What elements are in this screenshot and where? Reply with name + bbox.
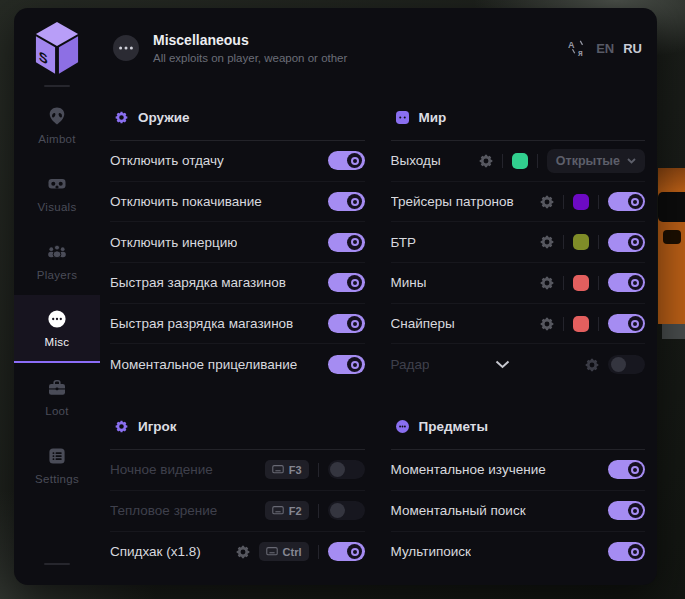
- section-world-header: Мир: [391, 94, 646, 141]
- row-snipers: Снайперы: [391, 304, 646, 345]
- toggle-thermal-vision[interactable]: [328, 501, 365, 520]
- svg-text:я: я: [578, 49, 583, 57]
- toggle-instant-search[interactable]: [608, 501, 645, 520]
- section-world: Мир Выходы Открытые: [391, 94, 646, 385]
- toggle-knob: [347, 275, 362, 290]
- toggle-instant-aim[interactable]: [328, 355, 365, 374]
- dots-circle-icon: [47, 309, 67, 329]
- toggle-knob: [347, 357, 362, 372]
- right-column: Мир Выходы Открытые: [391, 94, 646, 585]
- divider: [598, 195, 599, 209]
- toggle-speedhack[interactable]: [328, 542, 365, 561]
- main-panel: Miscellaneous All exploits on player, we…: [100, 8, 657, 585]
- toggle-knob: [628, 275, 643, 290]
- sidebar-divider-top: [44, 85, 70, 87]
- color-swatch-tracers[interactable]: [573, 194, 589, 210]
- color-swatch-exits[interactable]: [512, 153, 528, 169]
- divider: [318, 463, 319, 477]
- toggle-snipers[interactable]: [608, 314, 645, 333]
- toggle-knob: [628, 235, 643, 250]
- people-group-icon: [47, 242, 67, 262]
- toggle-knob: [330, 462, 345, 477]
- hotkey-badge[interactable]: Ctrl: [259, 542, 309, 561]
- row-settings-gear-icon[interactable]: [479, 154, 493, 168]
- translate-icon: A я: [568, 39, 587, 57]
- row-fast-unload: Быстрая разрядка магазинов: [110, 304, 365, 345]
- row-night-vision: Ночное видение F3: [110, 450, 365, 491]
- radar-expand-chevron-icon[interactable]: [495, 360, 510, 369]
- divider: [537, 154, 538, 168]
- world-icon: [396, 111, 409, 124]
- sidebar-item-label: Misc: [45, 336, 70, 348]
- toggle-multi-search[interactable]: [608, 542, 645, 561]
- divider: [318, 504, 319, 518]
- sidebar-item-misc[interactable]: Misc: [14, 295, 100, 363]
- sidebar-item-players[interactable]: Players: [14, 227, 100, 295]
- toggle-knob: [347, 153, 362, 168]
- sidebar-item-label: Aimbot: [38, 133, 76, 145]
- color-swatch-mines[interactable]: [573, 275, 589, 291]
- toggle-bullet-tracers[interactable]: [608, 192, 645, 211]
- row-settings-gear-icon[interactable]: [540, 235, 554, 249]
- page-subtitle: All exploits on player, weapon or other: [153, 52, 347, 64]
- row-thermal-vision: Тепловое зрение F2: [110, 491, 365, 532]
- lang-ru-button[interactable]: RU: [623, 41, 642, 56]
- exits-dropdown[interactable]: Открытые: [547, 149, 645, 173]
- section-title: Игрок: [138, 419, 177, 434]
- section-weapon: Оружие Отключить отдачу Отключить покачи…: [110, 94, 365, 385]
- color-swatch-snipers[interactable]: [573, 316, 589, 332]
- toggle-mines[interactable]: [608, 273, 645, 292]
- toggle-knob: [330, 503, 345, 518]
- hotkey-badge[interactable]: F2: [265, 501, 309, 520]
- toggle-btr[interactable]: [608, 233, 645, 252]
- toggle-no-inertia[interactable]: [328, 233, 365, 252]
- section-items-header: Предметы: [391, 403, 646, 450]
- list-settings-icon: [47, 446, 67, 466]
- sidebar-item-label: Visuals: [38, 201, 77, 213]
- section-title: Предметы: [419, 419, 488, 434]
- briefcase-icon: [47, 378, 67, 398]
- language-switcher: A я EN RU: [568, 39, 642, 57]
- gear-icon: [115, 111, 128, 124]
- row-btr: БТР: [391, 222, 646, 263]
- color-swatch-btr[interactable]: [573, 234, 589, 250]
- divider: [563, 317, 564, 331]
- row-fast-reload: Быстрая зарядка магазинов: [110, 263, 365, 304]
- toggle-knob: [347, 194, 362, 209]
- row-settings-gear-icon[interactable]: [540, 317, 554, 331]
- sidebar-item-loot[interactable]: Loot: [14, 363, 100, 431]
- background-orange-sign: [658, 168, 685, 324]
- toggle-no-recoil[interactable]: [328, 151, 365, 170]
- cheat-menu-window: S G Aimbot Visuals: [14, 8, 657, 585]
- divider: [563, 235, 564, 249]
- divider: [563, 195, 564, 209]
- hotkey-badge[interactable]: F3: [265, 460, 309, 479]
- toggle-night-vision[interactable]: [328, 460, 365, 479]
- section-player: Игрок Ночное видение F3: [110, 403, 365, 572]
- row-settings-gear-icon[interactable]: [236, 545, 250, 559]
- divider: [502, 154, 503, 168]
- toggle-fast-reload[interactable]: [328, 273, 365, 292]
- row-settings-gear-icon[interactable]: [585, 358, 599, 372]
- keyboard-icon: [272, 506, 284, 515]
- lang-en-button[interactable]: EN: [596, 41, 614, 56]
- toggle-knob: [628, 503, 643, 518]
- row-mines: Мины: [391, 263, 646, 304]
- toggle-no-sway[interactable]: [328, 192, 365, 211]
- toggle-radar[interactable]: [608, 355, 645, 374]
- sidebar-item-visuals[interactable]: Visuals: [14, 159, 100, 227]
- toggle-fast-unload[interactable]: [328, 314, 365, 333]
- gear-icon: [115, 420, 128, 433]
- sidebar-item-aimbot[interactable]: Aimbot: [14, 91, 100, 159]
- row-bullet-tracers: Трейсеры патронов: [391, 182, 646, 223]
- row-settings-gear-icon[interactable]: [540, 276, 554, 290]
- divider: [563, 276, 564, 290]
- toggle-instant-research[interactable]: [608, 460, 645, 479]
- row-speedhack: Спидхак (x1.8) Ctrl: [110, 532, 365, 573]
- sidebar-item-settings[interactable]: Settings: [14, 431, 100, 499]
- chevron-down-icon: [627, 158, 636, 164]
- row-settings-gear-icon[interactable]: [540, 195, 554, 209]
- section-items: Предметы Моментальное изучение Моменталь…: [391, 403, 646, 572]
- page-title: Miscellaneous: [153, 32, 347, 48]
- sidebar-item-label: Settings: [35, 473, 79, 485]
